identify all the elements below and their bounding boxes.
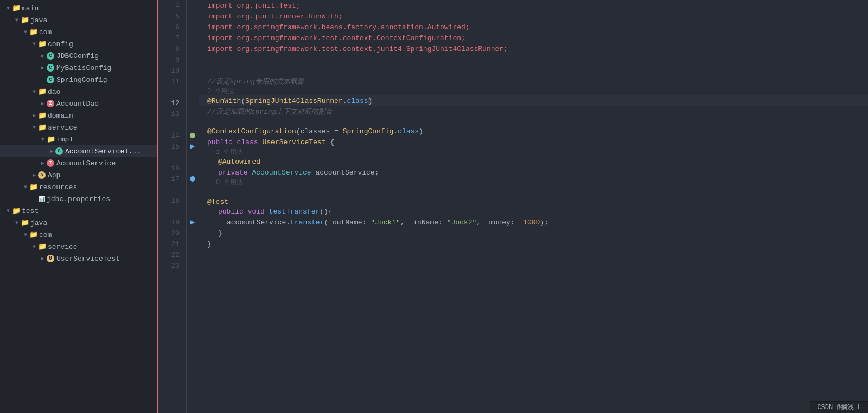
chevron-impl [39, 135, 47, 143]
code-ctx-paren: ( [296, 127, 301, 135]
tree-item-resources[interactable]: 📁 resources [0, 181, 157, 193]
label-mybatisconfig: MyBatisConfig [56, 64, 111, 72]
code-call-close-20: ); [540, 218, 548, 227]
g7 [187, 33, 199, 43]
g4 [187, 0, 199, 11]
code-comment-13: //设定加载的spring上下文对应的配置 [207, 107, 333, 117]
g20 [187, 228, 199, 238]
tree-item-app[interactable]: A App [0, 169, 157, 181]
code-brace-close-21: } [207, 229, 222, 237]
tree-item-java-test[interactable]: 📁 java [0, 217, 157, 229]
tree-item-jdbc-properties[interactable]: 📊 jdbc.properties [0, 193, 157, 205]
g6 [187, 22, 199, 33]
tree-item-accountdao[interactable]: I AccountDao [0, 98, 157, 109]
code-annotation-runwith: @RunWith [207, 97, 241, 105]
chevron-jdbc-properties [30, 195, 38, 203]
code-ctx-param: classes = [301, 127, 343, 135]
tree-item-springconfig[interactable]: C SpringConfig [0, 74, 157, 86]
ln-16: 16 [165, 163, 182, 173]
code-line-16: @Autowired [199, 156, 868, 167]
code-class-suffix-12: . [343, 97, 347, 105]
code-hint-13 [199, 117, 868, 126]
tree-item-test[interactable]: 📁 test [0, 205, 157, 217]
code-line-23 [199, 249, 868, 260]
label-resources: resources [39, 183, 77, 191]
ln-hint-17 [165, 184, 182, 195]
ln-7: 7 [165, 33, 182, 43]
code-import-8: import org.springframework.test.context.… [207, 45, 508, 53]
gutter-arrow-19: ▶ [190, 218, 195, 226]
code-line-8: import org.springframework.test.context.… [199, 43, 868, 54]
chevron-resources [22, 183, 29, 191]
code-type-17: AccountService [252, 169, 311, 177]
label-service-test: service [48, 243, 78, 251]
tree-item-java-main[interactable]: 📁 java [0, 14, 157, 26]
code-brace-open-15: { [330, 138, 334, 146]
tree-item-dao[interactable]: 📁 dao [0, 86, 157, 98]
ln-hint-13 [165, 119, 182, 130]
icon-app: A [38, 171, 46, 179]
hint-text-17: 0 个用法 [207, 178, 243, 187]
code-line-13: //设定加载的spring上下文对应的配置 [199, 106, 868, 117]
g23 [187, 260, 199, 271]
folder-icon-test: 📁 [12, 206, 21, 215]
code-content: import org.junit.Test; import org.junit.… [199, 0, 868, 413]
label-dao: dao [48, 88, 60, 96]
icon-jdbc-properties: 📊 [38, 195, 46, 203]
ln-hint-18 [165, 206, 182, 217]
tree-item-service[interactable]: 📁 service [0, 121, 157, 133]
tree-item-com-test[interactable]: 📁 com [0, 229, 157, 241]
chevron-test [4, 207, 12, 215]
tree-item-service-test[interactable]: 📁 service [0, 241, 157, 253]
tree-item-impl[interactable]: 📁 impl [0, 133, 157, 145]
code-class-runner: SpringJUnit4ClassRunner [245, 97, 342, 105]
tree-item-config[interactable]: 📁 config [0, 38, 157, 50]
code-varname-17: accountService; [311, 169, 379, 177]
folder-icon-service: 📁 [38, 123, 47, 132]
folder-icon-impl: 📁 [47, 135, 55, 144]
chevron-mybatisconfig [39, 64, 47, 72]
tree-item-userservicetest[interactable]: U UserServiceTest [0, 253, 157, 264]
tree-item-com-main[interactable]: 📁 com [0, 26, 157, 38]
tree-item-mybatisconfig[interactable]: C MyBatisConfig [0, 62, 157, 74]
folder-icon-domain: 📁 [38, 111, 47, 120]
tree-item-accountserviceimpl[interactable]: C AccountServiceI... [0, 145, 157, 157]
code-paren-close-12: ) [368, 97, 373, 105]
code-kw-public-19: public [207, 208, 248, 216]
tree-item-main[interactable]: 📁 main [0, 2, 157, 14]
icon-jdbcconfig: C [47, 52, 54, 60]
code-annotation-autowired: @Autowired [207, 158, 260, 166]
chevron-app [30, 171, 38, 179]
code-line-4: import org.junit.Test; [199, 0, 868, 11]
tree-item-jdbcconfig[interactable]: C JDBCConfig [0, 50, 157, 62]
code-hint-11: 0 个用法 [199, 87, 868, 95]
ln-19: 19 [165, 217, 182, 228]
gutter-arrow-15: ▶ [190, 143, 195, 150]
chevron-config [30, 40, 38, 48]
ln-15: 15 [165, 141, 182, 152]
code-method-20: transfer [290, 218, 324, 227]
code-ctx-class-kw: . [393, 127, 398, 135]
g21 [187, 238, 199, 249]
label-impl: impl [56, 135, 73, 144]
g17h [187, 184, 199, 195]
code-hint-18: @Test [199, 197, 868, 206]
code-ctx-class: class [398, 127, 419, 135]
tree-item-domain[interactable]: 📁 domain [0, 109, 157, 121]
code-brace-close-22: } [207, 240, 212, 248]
g18 [187, 195, 199, 206]
tree-item-accountservice[interactable]: I AccountService [0, 157, 157, 169]
label-java-test: java [30, 219, 47, 227]
code-editor[interactable]: 4 5 6 7 8 9 10 11 12 13 14 15 16 17 18 1… [161, 0, 868, 413]
file-tree[interactable]: 📁 main 📁 java 📁 com 📁 config C JDBCConfi… [0, 0, 157, 413]
folder-icon-main: 📁 [12, 4, 21, 12]
code-paren-open-12: ( [241, 97, 245, 105]
code-kw-private-17: private [207, 169, 252, 177]
chevron-com-main [22, 28, 29, 36]
code-kw-class-15: class [237, 138, 263, 146]
code-param-outname: outName: [333, 218, 371, 227]
g9 [187, 54, 199, 65]
code-annotation-ctx: @ContextConfiguration [207, 127, 296, 135]
hint-text-11: 0 个用法 [207, 87, 234, 96]
code-kw-public-15: public [207, 138, 237, 146]
